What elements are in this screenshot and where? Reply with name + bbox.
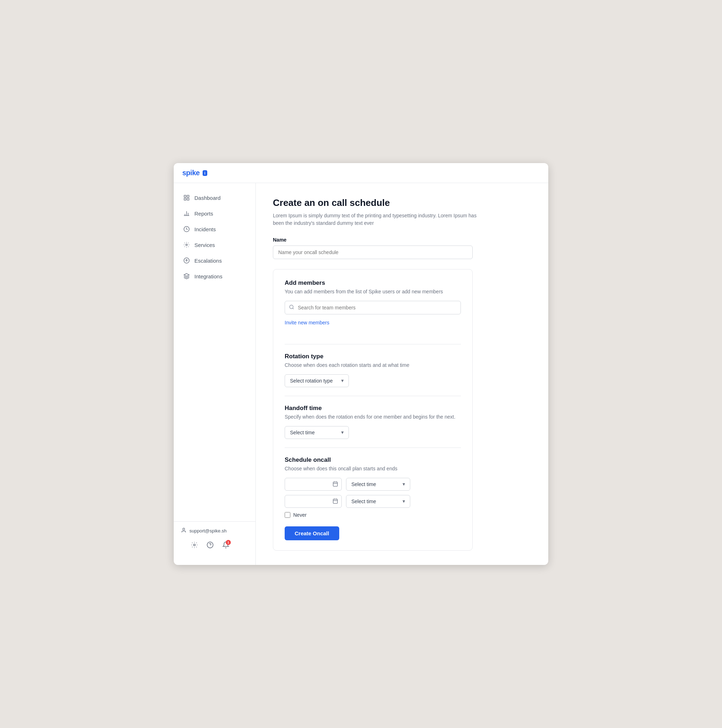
- svg-marker-12: [184, 274, 189, 277]
- sidebar-item-integrations[interactable]: Integrations: [178, 269, 251, 284]
- notification-badge: 1: [226, 540, 231, 545]
- svg-line-18: [293, 308, 293, 309]
- svg-point-14: [194, 544, 195, 546]
- logo-badge: i: [203, 170, 207, 176]
- svg-rect-2: [184, 199, 186, 200]
- sidebar: Dashboard Reports: [174, 183, 256, 565]
- svg-point-9: [186, 244, 188, 246]
- add-members-section: Add members You can add members from the…: [285, 280, 461, 335]
- page-subtitle: Lorem Ipsum is simply dummy text of the …: [273, 212, 480, 227]
- notifications-button[interactable]: 1: [218, 538, 234, 552]
- svg-rect-1: [187, 195, 189, 197]
- help-button[interactable]: [202, 538, 218, 552]
- add-members-title: Add members: [285, 280, 461, 286]
- start-date-input[interactable]: [285, 478, 342, 491]
- start-time-select[interactable]: Select time 12:00 AM 6:00 AM 12:00 PM 6:…: [346, 478, 410, 491]
- schedule-oncall-desc: Choose when does this oncall plan starts…: [285, 466, 461, 471]
- never-label: Never: [293, 512, 307, 518]
- svg-rect-3: [187, 199, 189, 200]
- schedule-end-row: Select time 12:00 AM 6:00 AM 12:00 PM 6:…: [285, 495, 461, 508]
- bottom-toolbar: 1: [181, 534, 248, 552]
- support-link[interactable]: support@spike.sh: [181, 528, 248, 534]
- support-email: support@spike.sh: [189, 528, 226, 534]
- never-row: Never: [285, 512, 461, 518]
- search-members-input[interactable]: [285, 301, 461, 314]
- top-bar: spike i: [174, 163, 548, 183]
- start-time-select-wrapper: Select time 12:00 AM 6:00 AM 12:00 PM 6:…: [346, 478, 410, 491]
- sidebar-item-label-incidents: Incidents: [194, 226, 216, 232]
- search-wrapper: [285, 301, 461, 314]
- sidebar-item-label-services: Services: [194, 242, 215, 248]
- sidebar-item-label-dashboard: Dashboard: [194, 195, 220, 201]
- sidebar-bottom: support@spike.sh: [174, 522, 255, 558]
- name-label: Name: [273, 237, 531, 243]
- support-icon: [181, 528, 186, 534]
- schedule-start-row: Select time 12:00 AM 6:00 AM 12:00 PM 6:…: [285, 478, 461, 491]
- schedule-oncall-title: Schedule oncall: [285, 456, 461, 463]
- sidebar-item-label-reports: Reports: [194, 211, 213, 217]
- name-input[interactable]: [273, 246, 473, 259]
- create-oncall-button[interactable]: Create Oncall: [285, 526, 339, 540]
- handoff-time-desc: Specify when does the rotation ends for …: [285, 414, 461, 420]
- never-checkbox[interactable]: [285, 512, 290, 518]
- logo: spike i: [182, 169, 207, 177]
- oncall-form-card: Add members You can add members from the…: [273, 269, 473, 551]
- sidebar-item-dashboard[interactable]: Dashboard: [178, 190, 251, 205]
- settings-circle-icon: [183, 241, 190, 248]
- settings-button[interactable]: [186, 538, 202, 552]
- bar-chart-icon: [183, 210, 190, 217]
- grid-icon: [183, 194, 190, 201]
- sidebar-item-services[interactable]: Services: [178, 237, 251, 252]
- sidebar-item-escalations[interactable]: Escalations: [178, 253, 251, 268]
- page-title: Create an on call schedule: [273, 197, 531, 208]
- layers-icon: [183, 273, 190, 280]
- rotation-type-desc: Choose when does each rotation starts an…: [285, 362, 461, 368]
- sidebar-item-reports[interactable]: Reports: [178, 206, 251, 221]
- invite-new-members-link[interactable]: Invite new members: [285, 320, 329, 326]
- start-date-wrapper: [285, 478, 342, 491]
- divider-3: [285, 448, 461, 448]
- rotation-type-title: Rotation type: [285, 353, 461, 360]
- handoff-time-section: Handoff time Specify when does the rotat…: [285, 405, 461, 439]
- arrow-up-circle-icon: [183, 257, 190, 264]
- end-time-select[interactable]: Select time 12:00 AM 6:00 AM 12:00 PM 6:…: [346, 495, 410, 508]
- handoff-time-title: Handoff time: [285, 405, 461, 412]
- clock-icon: [183, 226, 190, 232]
- rotation-type-select-wrapper: Select rotation type Daily Weekly Monthl…: [285, 374, 349, 387]
- search-icon: [289, 304, 294, 311]
- rotation-type-section: Rotation type Choose when does each rota…: [285, 353, 461, 387]
- handoff-time-select-wrapper: Select time 12:00 AM 6:00 AM 12:00 PM 6:…: [285, 426, 349, 439]
- end-time-select-wrapper: Select time 12:00 AM 6:00 AM 12:00 PM 6:…: [346, 495, 410, 508]
- sidebar-item-label-integrations: Integrations: [194, 273, 222, 280]
- logo-text: spike: [182, 169, 200, 177]
- sidebar-item-label-escalations: Escalations: [194, 258, 222, 264]
- divider-1: [285, 344, 461, 344]
- schedule-oncall-section: Schedule oncall Choose when does this on…: [285, 456, 461, 518]
- main-content: Create an on call schedule Lorem Ipsum i…: [256, 183, 548, 565]
- rotation-type-select[interactable]: Select rotation type Daily Weekly Monthl…: [285, 374, 349, 387]
- add-members-desc: You can add members from the list of Spi…: [285, 289, 461, 294]
- svg-point-17: [290, 305, 293, 309]
- svg-rect-0: [184, 195, 186, 197]
- end-date-wrapper: [285, 495, 342, 508]
- end-date-input[interactable]: [285, 495, 342, 508]
- sidebar-nav: Dashboard Reports: [174, 190, 255, 522]
- svg-point-13: [183, 528, 185, 530]
- sidebar-item-incidents[interactable]: Incidents: [178, 222, 251, 237]
- handoff-time-select[interactable]: Select time 12:00 AM 6:00 AM 12:00 PM 6:…: [285, 426, 349, 439]
- divider-2: [285, 396, 461, 396]
